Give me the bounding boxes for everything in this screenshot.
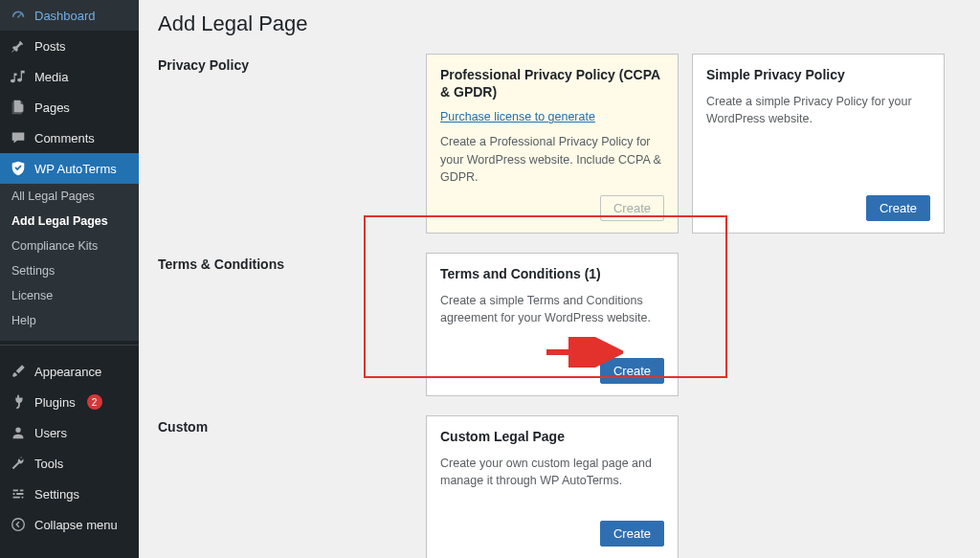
card-title: Simple Privacy Policy [706, 66, 930, 83]
submenu-settings[interactable]: Settings [0, 258, 139, 283]
main-content: Add Legal Page Privacy Policy Profession… [139, 0, 980, 558]
sidebar-item-wpautoterms[interactable]: WP AutoTerms [0, 153, 139, 184]
sidebar-item-label: Appearance [34, 365, 101, 379]
sidebar-item-users[interactable]: Users [0, 417, 139, 448]
sidebar-item-label: Posts [34, 39, 66, 54]
sidebar-item-pages[interactable]: Pages [0, 92, 139, 123]
sidebar-item-comments[interactable]: Comments [0, 123, 139, 153]
create-button-simple-privacy[interactable]: Create [866, 195, 930, 221]
create-button-custom[interactable]: Create [600, 521, 664, 547]
comment-icon [10, 129, 27, 146]
create-button-terms[interactable]: Create [600, 358, 664, 384]
submenu-all-legal-pages[interactable]: All Legal Pages [0, 184, 139, 209]
gauge-icon [10, 7, 27, 24]
card-custom-legal: Custom Legal Page Create your own custom… [426, 415, 679, 558]
plug-icon [10, 393, 27, 411]
create-button-pro-privacy: Create [600, 195, 664, 221]
submenu-add-legal-pages[interactable]: Add Legal Pages [0, 209, 139, 234]
card-simple-privacy: Simple Privacy Policy Create a simple Pr… [692, 54, 945, 234]
card-terms-conditions: Terms and Conditions (1) Create a simple… [426, 253, 679, 396]
submenu-help[interactable]: Help [0, 308, 139, 333]
sidebar-item-label: Dashboard [34, 9, 96, 23]
collapse-icon [10, 516, 27, 533]
sidebar-item-tools[interactable]: Tools [0, 448, 139, 479]
sidebar-item-label: Plugins [34, 395, 76, 410]
sidebar-item-label: Pages [34, 100, 70, 115]
sidebar-item-label: Comments [34, 131, 95, 145]
card-title: Custom Legal Page [440, 428, 664, 445]
card-desc: Create a Professional Privacy Policy for… [440, 133, 664, 185]
plugins-update-badge: 2 [87, 394, 102, 410]
sidebar-item-label: Media [34, 70, 68, 84]
music-icon [10, 68, 27, 85]
section-privacy: Privacy Policy Professional Privacy Poli… [158, 54, 961, 234]
purchase-license-link[interactable]: Purchase license to generate [440, 110, 664, 123]
section-custom: Custom Custom Legal Page Create your own… [158, 415, 961, 558]
card-desc: Create a simple Privacy Policy for your … [706, 93, 930, 186]
sidebar-item-plugins[interactable]: Plugins 2 [0, 387, 139, 417]
card-pro-privacy: Professional Privacy Policy (CCPA & GPDR… [426, 54, 679, 234]
wrench-icon [10, 455, 27, 472]
brush-icon [10, 363, 27, 380]
card-title: Terms and Conditions (1) [440, 265, 664, 282]
svg-point-0 [12, 519, 25, 531]
pin-icon [10, 37, 27, 55]
pages-icon [10, 99, 27, 116]
section-label-custom: Custom [158, 415, 426, 435]
section-label-terms: Terms & Conditions [158, 253, 426, 272]
sidebar-item-label: WP AutoTerms [34, 162, 117, 176]
card-desc: Create a simple Terms and Conditions agr… [440, 292, 664, 348]
sidebar-item-label: Collapse menu [34, 518, 118, 532]
sidebar-item-label: Tools [34, 457, 63, 471]
user-icon [10, 424, 27, 441]
sidebar-item-appearance[interactable]: Appearance [0, 356, 139, 387]
card-title: Professional Privacy Policy (CCPA & GPDR… [440, 66, 664, 100]
sidebar-item-media[interactable]: Media [0, 61, 139, 92]
card-desc: Create your own custom legal page and ma… [440, 455, 664, 511]
shield-icon [10, 160, 27, 177]
sidebar-item-posts[interactable]: Posts [0, 31, 139, 61]
sidebar-item-label: Settings [34, 487, 79, 502]
sidebar-item-dashboard[interactable]: Dashboard [0, 0, 139, 31]
submenu-license[interactable]: License [0, 283, 139, 308]
wpautoterms-submenu: All Legal Pages Add Legal Pages Complian… [0, 184, 139, 341]
sliders-icon [10, 485, 27, 502]
sidebar-item-label: Users [34, 426, 67, 440]
sidebar-item-settings[interactable]: Settings [0, 479, 139, 509]
submenu-compliance-kits[interactable]: Compliance Kits [0, 234, 139, 258]
section-terms: Terms & Conditions Terms and Conditions … [158, 253, 961, 396]
sidebar-item-collapse[interactable]: Collapse menu [0, 509, 139, 540]
section-label-privacy: Privacy Policy [158, 54, 426, 73]
admin-sidebar: Dashboard Posts Media Pages Comments WP … [0, 0, 139, 558]
page-title: Add Legal Page [158, 11, 961, 36]
